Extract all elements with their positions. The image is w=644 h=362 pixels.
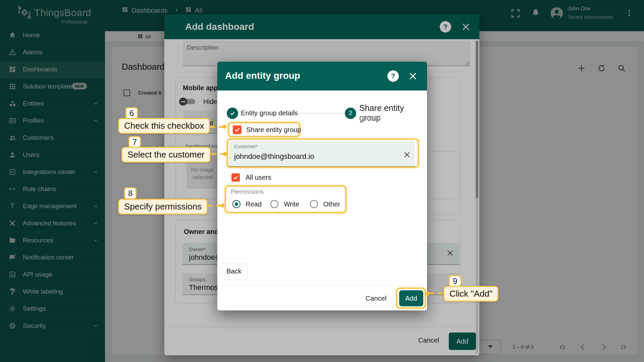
permissions-label: Permissions: [231, 188, 264, 195]
callout-7-connector: [211, 153, 225, 155]
step1-done-icon: [227, 108, 238, 119]
stepper-connector: [299, 113, 344, 114]
close-icon[interactable]: [408, 71, 418, 82]
radio-read-label[interactable]: Read: [246, 200, 262, 208]
callout-8-dot: [221, 203, 225, 207]
footer-divider: [217, 285, 427, 286]
customer-value: johndoe@thingsboard.io: [234, 152, 314, 161]
clear-customer-icon[interactable]: [403, 150, 411, 160]
all-users-label[interactable]: All users: [246, 174, 271, 181]
callout-7-number: 7: [128, 136, 141, 148]
callout-8-label: Specify permissions: [118, 199, 208, 215]
add-entity-group-title: Add entity group: [225, 70, 300, 81]
radio-other[interactable]: [310, 200, 318, 208]
screen: ThingsBoard Professional Dashboards All …: [0, 0, 644, 362]
callout-9-dot: [425, 292, 429, 296]
entity-cancel-button[interactable]: Cancel: [361, 295, 391, 302]
customer-label: Customer*: [234, 143, 258, 149]
callout-6-dot: [222, 125, 226, 129]
entity-add-button[interactable]: Add: [399, 290, 423, 306]
callout-6-label: Check this checkbox: [118, 118, 210, 134]
help-icon[interactable]: ?: [387, 70, 399, 82]
radio-write[interactable]: [270, 200, 278, 208]
callout-8-number: 8: [124, 187, 137, 199]
callout-7-label: Select the customer: [121, 147, 211, 163]
callout-6-number: 6: [125, 107, 138, 119]
callout-9-number: 9: [449, 275, 461, 287]
radio-other-label[interactable]: Other: [323, 200, 340, 208]
callout-7-dot: [223, 152, 227, 156]
step2-optional: Optional: [359, 115, 380, 122]
callout-9-label: Click "Add": [443, 286, 498, 302]
callout-6-connector: [210, 126, 224, 128]
radio-read[interactable]: [232, 200, 240, 208]
radio-write-label[interactable]: Write: [284, 200, 299, 208]
step1-label[interactable]: Entity group details: [241, 109, 298, 117]
share-entity-group-checkbox[interactable]: [233, 125, 241, 134]
share-checkbox-label[interactable]: Share entity group: [246, 126, 301, 134]
all-users-checkbox[interactable]: [231, 173, 240, 182]
callout-9-connector: [429, 293, 444, 294]
step2-circle: 2: [345, 108, 356, 119]
add-entity-group-dialog: Add entity group ? Entity group details …: [217, 62, 427, 310]
back-button[interactable]: Back: [221, 263, 247, 280]
callout-8-connector: [207, 205, 222, 206]
